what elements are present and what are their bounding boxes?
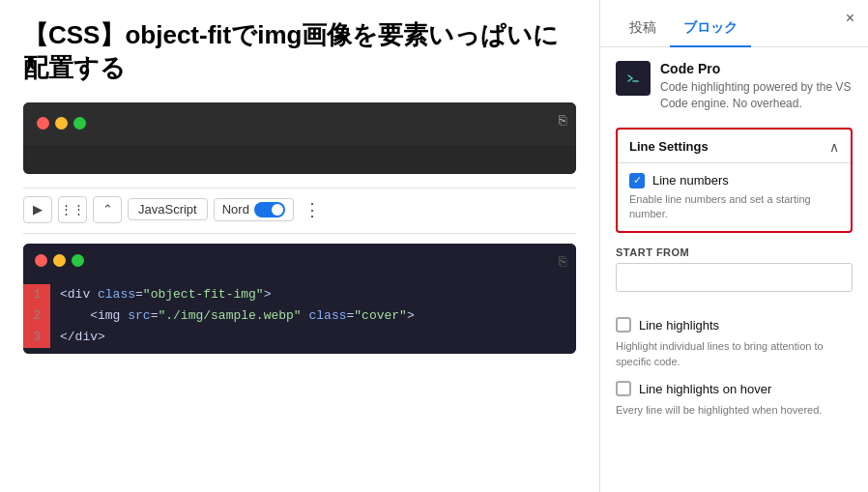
line-highlights-hover-label: Line highlights on hover [639, 382, 771, 396]
close-button[interactable]: × [846, 10, 854, 27]
dot2-red [35, 254, 47, 267]
line-content-1: <div class="object-fit-img"> [50, 284, 271, 305]
toolbar-more-btn[interactable]: ⋮ [300, 199, 325, 220]
code-block-2-header [23, 244, 576, 278]
start-from-input[interactable] [616, 263, 853, 292]
line-content-3: </div> [50, 327, 105, 348]
line-numbers-row: ✓ Line numbers [618, 163, 851, 192]
line-settings-header: Line Settings ∧ [618, 130, 851, 163]
code-block-1-header [23, 102, 576, 145]
dot2-green [72, 254, 84, 267]
line-highlights-row: Line highlights [616, 317, 853, 336]
right-panel: 投稿 ブロック × Code Pro Code highlighting pow… [599, 0, 868, 492]
plugin-description: Code highlighting powered by the VS Code… [660, 79, 853, 112]
line-num-3: 3 [23, 327, 50, 348]
line-highlights-description: Highlight individual lines to bring atte… [616, 339, 853, 369]
dot2-yellow [53, 254, 66, 267]
line-highlights-label: Line highlights [639, 318, 719, 333]
line-highlights-section: Line highlights Highlight individual lin… [616, 317, 853, 369]
code-line-1: 1 <div class="object-fit-img"> [23, 284, 576, 305]
dot-green [73, 117, 86, 130]
toolbar-btn-drag[interactable]: ⋮⋮ [58, 196, 87, 223]
line-numbers-label: Line numbers [652, 173, 729, 188]
line-settings-title: Line Settings [629, 139, 709, 154]
toolbar-lang-label[interactable]: JavaScript [128, 198, 208, 220]
code-block-2-body: 1 <div class="object-fit-img"> 2 <img sr… [23, 278, 576, 354]
line-num-1: 1 [23, 284, 50, 305]
page-title: 【CSS】object-fitでimg画像を要素いっぱいに配置する [23, 19, 576, 85]
line-settings-box: Line Settings ∧ ✓ Line numbers Enable li… [616, 128, 853, 234]
copy-icon-2[interactable]: ⎘ [559, 253, 566, 269]
toolbar-row: ▶ ⋮⋮ ⌃ JavaScript Nord ⋮ [23, 188, 576, 234]
line-num-2: 2 [23, 305, 50, 327]
line-numbers-description: Enable line numbers and set a starting n… [618, 192, 851, 232]
copy-icon[interactable]: ⎘ [559, 112, 566, 128]
tab-block[interactable]: ブロック [670, 12, 751, 46]
chevron-up-icon[interactable]: ∧ [829, 139, 839, 155]
line-highlights-hover-row: Line highlights on hover [616, 381, 853, 400]
right-body: Code Pro Code highlighting powered by th… [600, 47, 868, 492]
code-line-2: 2 <img src="./img/sample.webp" class="co… [23, 305, 576, 327]
plugin-icon [616, 61, 651, 96]
dot-yellow [55, 117, 68, 130]
right-header: 投稿 ブロック × [600, 0, 868, 47]
line-highlights-hover-section: Line highlights on hover Every line will… [616, 381, 853, 418]
dot-red [37, 117, 49, 130]
toolbar-theme-label: Nord [222, 202, 249, 217]
line-numbers-checkbox[interactable]: ✓ [629, 173, 645, 188]
toolbar-btn-move[interactable]: ⌃ [93, 196, 122, 223]
plugin-info: Code Pro Code highlighting powered by th… [660, 61, 853, 112]
code-block-1: ⎘ [23, 102, 576, 174]
start-from-label: START FROM [616, 246, 853, 258]
line-content-2: <img src="./img/sample.webp" class="cove… [50, 305, 415, 327]
plugin-name: Code Pro [660, 61, 853, 76]
tab-post[interactable]: 投稿 [616, 12, 670, 46]
code-block-2: ⎘ 1 <div class="object-fit-img"> 2 <img … [23, 244, 576, 354]
code-line-3: 3 </div> [23, 327, 576, 348]
start-from-section: START FROM [616, 246, 853, 305]
line-highlights-checkbox[interactable] [616, 317, 631, 333]
theme-toggle-switch[interactable] [254, 202, 285, 217]
toolbar-btn-run[interactable]: ▶ [23, 196, 52, 223]
left-panel: 【CSS】object-fitでimg画像を要素いっぱいに配置する ⎘ ▶ ⋮⋮… [0, 0, 599, 492]
code-block-1-body [23, 145, 576, 174]
toolbar-theme-toggle[interactable]: Nord [214, 198, 294, 221]
line-highlights-hover-description: Every line will be highlighted when hove… [616, 403, 853, 418]
checkmark-icon: ✓ [633, 175, 642, 186]
plugin-header: Code Pro Code highlighting powered by th… [616, 61, 853, 112]
line-highlights-hover-checkbox[interactable] [616, 381, 631, 396]
